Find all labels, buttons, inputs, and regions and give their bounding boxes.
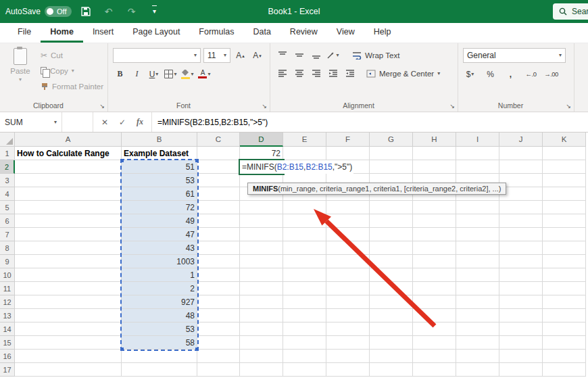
cell-F5[interactable] (326, 201, 370, 214)
cell-J14[interactable] (499, 323, 543, 336)
cell-C12[interactable] (197, 295, 240, 309)
cell-D7[interactable] (240, 228, 283, 241)
cell-G17[interactable] (370, 363, 413, 377)
cell-K3[interactable] (543, 174, 586, 187)
search-box[interactable]: Search (553, 3, 588, 20)
cell-G7[interactable] (370, 228, 413, 241)
decrease-indent-button[interactable] (326, 66, 340, 80)
cell-I17[interactable] (456, 363, 499, 377)
cell-F9[interactable] (326, 255, 370, 268)
cell-D1[interactable]: 72 (240, 147, 283, 160)
cell-G9[interactable] (370, 255, 413, 268)
cell-A1[interactable]: How to Calculate Range (15, 147, 122, 160)
cell-F10[interactable] (326, 268, 370, 282)
cell-B9[interactable]: 1003 (122, 255, 197, 268)
cell-B16[interactable] (122, 350, 197, 363)
cell-G14[interactable] (370, 323, 413, 336)
cell-J7[interactable] (499, 228, 543, 241)
cell-C7[interactable] (197, 228, 240, 241)
align-right-button[interactable] (309, 66, 323, 80)
cell-H2[interactable] (413, 160, 456, 174)
cell-F14[interactable] (326, 323, 370, 336)
cell-J16[interactable] (499, 350, 543, 363)
cell-C1[interactable] (197, 147, 240, 160)
column-header-C[interactable]: C (197, 133, 240, 147)
cell-C13[interactable] (197, 309, 240, 323)
cell-H13[interactable] (413, 309, 456, 323)
cell-C5[interactable] (197, 201, 240, 214)
cell-K17[interactable] (543, 363, 586, 377)
cell-J5[interactable] (499, 201, 543, 214)
cell-D12[interactable] (240, 295, 283, 309)
cell-B1[interactable]: Example Dataset (122, 147, 197, 160)
cell-D13[interactable] (240, 309, 283, 323)
cell-E13[interactable] (283, 309, 326, 323)
bold-button[interactable]: B (113, 67, 127, 81)
accounting-format-button[interactable]: $▾ (463, 67, 477, 81)
column-header-A[interactable]: A (15, 133, 122, 147)
cell-K8[interactable] (543, 241, 586, 255)
cell-E5[interactable] (283, 201, 326, 214)
cell-E7[interactable] (283, 228, 326, 241)
cell-I5[interactable] (456, 201, 499, 214)
row-header-3[interactable]: 3 (0, 174, 15, 187)
row-header-10[interactable]: 10 (0, 268, 15, 282)
cell-K10[interactable] (543, 268, 586, 282)
orientation-button[interactable]: ▾ (326, 48, 340, 62)
column-header-B[interactable]: B (122, 133, 197, 147)
tab-help[interactable]: Help (364, 23, 401, 43)
cell-K12[interactable] (543, 295, 586, 309)
cell-B12[interactable]: 927 (122, 295, 197, 309)
cell-H7[interactable] (413, 228, 456, 241)
increase-decimal-button[interactable]: ←.0 (524, 67, 538, 81)
column-header-I[interactable]: I (456, 133, 499, 147)
cell-B10[interactable]: 1 (122, 268, 197, 282)
increase-indent-button[interactable] (343, 66, 357, 80)
cell-B7[interactable]: 47 (122, 228, 197, 241)
font-name-select[interactable]: ▾ (113, 48, 201, 63)
cell-G8[interactable] (370, 241, 413, 255)
cell-G15[interactable] (370, 336, 413, 350)
font-color-button[interactable]: A ▾ (197, 67, 212, 81)
redo-button[interactable]: ↷ (123, 3, 141, 20)
cell-E8[interactable] (283, 241, 326, 255)
tab-view[interactable]: View (327, 23, 364, 43)
cell-I6[interactable] (456, 214, 499, 228)
font-dialog-launcher-icon[interactable]: ↘ (262, 103, 267, 110)
underline-button[interactable]: U▾ (147, 67, 161, 81)
cell-A4[interactable] (15, 187, 122, 201)
cell-J8[interactable] (499, 241, 543, 255)
row-header-1[interactable]: 1 (0, 147, 15, 160)
cell-A5[interactable] (15, 201, 122, 214)
column-header-J[interactable]: J (499, 133, 543, 147)
cell-I7[interactable] (456, 228, 499, 241)
alignment-dialog-launcher-icon[interactable]: ↘ (449, 103, 455, 110)
cell-G1[interactable] (370, 147, 413, 160)
cell-A17[interactable] (15, 363, 122, 377)
number-format-select[interactable]: General ▾ (463, 48, 566, 63)
cell-D6[interactable] (240, 214, 283, 228)
cell-F16[interactable] (326, 350, 370, 363)
cell-E17[interactable] (283, 363, 326, 377)
cell-C17[interactable] (197, 363, 240, 377)
cell-E12[interactable] (283, 295, 326, 309)
row-header-7[interactable]: 7 (0, 228, 15, 241)
cell-K11[interactable] (543, 282, 586, 295)
cell-I2[interactable] (456, 160, 499, 174)
cell-G16[interactable] (370, 350, 413, 363)
cell-G12[interactable] (370, 295, 413, 309)
cell-B8[interactable]: 43 (122, 241, 197, 255)
cell-H8[interactable] (413, 241, 456, 255)
cell-H9[interactable] (413, 255, 456, 268)
row-header-16[interactable]: 16 (0, 350, 15, 363)
cell-E10[interactable] (283, 268, 326, 282)
row-header-9[interactable]: 9 (0, 255, 15, 268)
cell-B6[interactable]: 49 (122, 214, 197, 228)
cell-G5[interactable] (370, 201, 413, 214)
increase-font-size-button[interactable]: A▴ (233, 49, 247, 63)
cell-K1[interactable] (543, 147, 586, 160)
cell-D17[interactable] (240, 363, 283, 377)
cell-A6[interactable] (15, 214, 122, 228)
cell-E6[interactable] (283, 214, 326, 228)
cell-C4[interactable] (197, 187, 240, 201)
